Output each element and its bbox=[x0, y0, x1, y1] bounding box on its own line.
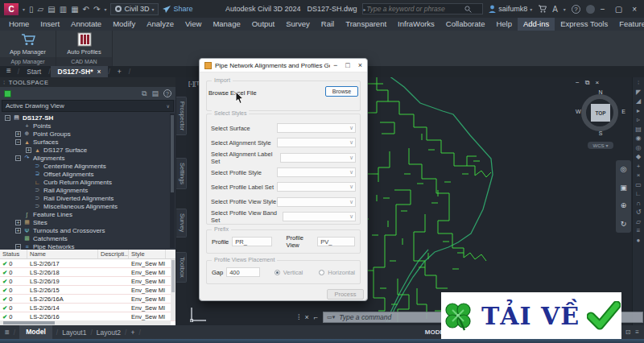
tree-item-feature-lines[interactable]: ∫Feature Lines bbox=[0, 210, 175, 218]
dialog-minimize-button[interactable]: − bbox=[333, 61, 337, 69]
help-icon[interactable]: ? bbox=[163, 89, 171, 97]
vertical-radio-label[interactable]: Vertical bbox=[283, 269, 303, 276]
ribbon-tab-output[interactable]: Output bbox=[246, 18, 281, 31]
autodesk-alerts-icon[interactable]: A bbox=[552, 5, 558, 14]
vertical-radio[interactable] bbox=[275, 270, 280, 275]
tree-item-offset-alignments[interactable]: ⊇Offset Alignments bbox=[0, 170, 175, 178]
side-tool-icon[interactable]: ◢ bbox=[636, 97, 641, 105]
ribbon-tab-transparent[interactable]: Transparent bbox=[340, 18, 392, 31]
drawing-close-icon[interactable]: × bbox=[595, 79, 599, 87]
new-file-icon[interactable]: ▯ bbox=[29, 5, 34, 14]
tree-item-centerline-alignments[interactable]: ⊃Centerline Alignments bbox=[0, 162, 175, 170]
expand-icon[interactable]: + bbox=[15, 228, 21, 233]
layout2-tab[interactable]: Layout2 bbox=[97, 329, 121, 337]
viewcube-north[interactable]: N bbox=[577, 89, 624, 95]
dialog-title-bar[interactable]: Pipe Network Alignments and Profiles Gen… bbox=[200, 59, 367, 72]
select-alignment-style-dropdown[interactable]: ∨ bbox=[277, 138, 356, 147]
side-tool-icon[interactable]: ▹ bbox=[637, 116, 640, 123]
panorama-icon[interactable]: ▤ bbox=[151, 89, 159, 98]
open-folder-icon[interactable]: ▱ bbox=[38, 5, 44, 14]
expand-icon[interactable]: + bbox=[15, 220, 21, 225]
side-tool-icon[interactable]: ◎ bbox=[636, 144, 642, 151]
side-tool-icon[interactable]: ▤ bbox=[635, 126, 642, 133]
customize-wrench-icon[interactable]: ⌐ bbox=[314, 313, 318, 321]
table-row[interactable]: ✔0LS-2/26/16AEnv_Sew MI bbox=[0, 295, 175, 304]
side-tool-icon[interactable]: ▭ bbox=[635, 181, 642, 188]
table-row[interactable]: ✔0LS-2/26/19Env_Sew MI bbox=[0, 277, 175, 286]
signed-in-user[interactable]: saifumk8 ▾ bbox=[489, 5, 532, 13]
ribbon-tab-analyze[interactable]: Analyze bbox=[141, 18, 180, 31]
ribbon-tab-view[interactable]: View bbox=[180, 18, 207, 31]
expand-icon[interactable]: + bbox=[26, 147, 31, 153]
tree-item-point-groups[interactable]: +⊕Point Groups bbox=[0, 130, 175, 138]
side-tool-icon[interactable]: ● bbox=[637, 237, 641, 244]
nav-tool-icon[interactable]: ↻ bbox=[621, 220, 627, 228]
ribbon-tab-collaborate[interactable]: Collaborate bbox=[440, 18, 491, 31]
tree-item-rail-diverted-alignments[interactable]: ⊃Rail Diverted Alignments bbox=[0, 194, 175, 202]
table-row[interactable]: ✔0LS-2/26/15Env_Sew MI bbox=[0, 286, 175, 295]
ribbon-tab-manage[interactable]: Manage bbox=[207, 18, 246, 31]
model-tab[interactable]: Model bbox=[19, 325, 52, 339]
side-tool-icon[interactable]: ↺ bbox=[636, 209, 642, 216]
tree-item-alignments[interactable]: −↷Alignments bbox=[0, 154, 175, 162]
horizontal-radio[interactable] bbox=[319, 270, 324, 275]
window-restore-button[interactable]: ▢ bbox=[615, 5, 622, 14]
save-as-icon[interactable]: ▥ bbox=[60, 5, 67, 14]
ribbon-tab-help[interactable]: Help bbox=[490, 18, 518, 31]
collapse-icon[interactable]: − bbox=[15, 244, 21, 250]
search-icon[interactable] bbox=[464, 6, 472, 13]
collapse-icon[interactable]: − bbox=[15, 139, 21, 145]
ribbon-tab-featured-apps[interactable]: Featured Apps bbox=[613, 18, 644, 31]
app-store-cart-icon[interactable] bbox=[538, 5, 547, 13]
window-minimize-button[interactable]: − bbox=[601, 5, 605, 14]
ribbon-tab-infraworks[interactable]: InfraWorks bbox=[392, 18, 440, 31]
select-profile-label-set-dropdown[interactable]: ∨ bbox=[277, 182, 356, 192]
tab-prospector[interactable]: Prospector bbox=[176, 97, 187, 135]
avatar[interactable] bbox=[586, 5, 595, 14]
qat-caret-icon[interactable]: ▾ bbox=[104, 6, 106, 12]
file-tab-ds127[interactable]: DS127-SH* × bbox=[51, 66, 109, 77]
collapse-icon[interactable]: − bbox=[15, 155, 21, 161]
undo-icon[interactable]: ↶ bbox=[83, 5, 89, 14]
drawing-minimize-icon[interactable]: − bbox=[576, 79, 580, 87]
profile-prefix-input[interactable]: PR_ bbox=[232, 237, 271, 246]
share-button[interactable]: Share bbox=[163, 5, 192, 13]
viewcube-east[interactable]: E bbox=[621, 109, 625, 114]
tab-survey[interactable]: Survey bbox=[176, 209, 187, 237]
select-surface-dropdown[interactable]: ∨ bbox=[277, 123, 356, 133]
side-tool-icon[interactable]: ▸ bbox=[637, 107, 640, 114]
tree-item-ds127-sh[interactable]: −▤DS127-SH bbox=[0, 114, 175, 122]
wcs-dropdown[interactable]: WCS▾ bbox=[588, 142, 613, 149]
select-alignment-label-set-dropdown[interactable]: ∨ bbox=[280, 153, 356, 163]
ribbon-tab-modify[interactable]: Modify bbox=[107, 18, 141, 31]
ribbon-tab-insert[interactable]: Insert bbox=[35, 18, 65, 31]
tree-item-turnouts-and-crossovers[interactable]: +ΨTurnouts and Crossovers bbox=[0, 226, 175, 234]
cmd-grip-icon[interactable]: ⁞ bbox=[298, 313, 300, 321]
browse-button[interactable]: Browse bbox=[325, 86, 358, 97]
table-row[interactable]: ✔0LS-2/26/18Env_Sew MI bbox=[0, 268, 175, 277]
dialog-close-button[interactable]: × bbox=[358, 61, 362, 69]
select-profile-style-dropdown[interactable]: ∨ bbox=[277, 167, 356, 177]
side-tool-icon[interactable]: ◤ bbox=[636, 89, 641, 96]
select-profile-view-style-dropdown[interactable]: ∨ bbox=[277, 197, 356, 207]
nav-tool-icon[interactable]: ▣ bbox=[620, 184, 627, 192]
keyword-search[interactable] bbox=[362, 3, 483, 14]
viewcube-west[interactable]: W bbox=[576, 109, 581, 114]
ribbon-tab-rail[interactable]: Rail bbox=[316, 18, 340, 31]
tree-scrollbar[interactable] bbox=[170, 114, 175, 248]
layout-menu-icon[interactable]: ≡ bbox=[5, 328, 10, 337]
active-drawing-icon[interactable] bbox=[4, 90, 11, 97]
expand-icon[interactable]: + bbox=[15, 131, 21, 137]
civil3d-app-icon[interactable]: C bbox=[4, 3, 19, 15]
side-tool-icon[interactable]: ▱ bbox=[636, 218, 641, 225]
collapse-icon[interactable]: − bbox=[5, 115, 10, 121]
ribbon-tab-add-ins[interactable]: Add-ins bbox=[518, 18, 555, 31]
side-tool-icon[interactable]: ≡ bbox=[637, 227, 641, 234]
gap-input[interactable]: 400 bbox=[226, 267, 259, 277]
app-manager-button[interactable]: App Manager bbox=[0, 31, 56, 57]
ribbon-tab-express-tools[interactable]: Express Tools bbox=[555, 18, 613, 31]
status-toggle-icon[interactable]: ≡ bbox=[635, 329, 639, 336]
tree-item-catchments[interactable]: ▩Catchments bbox=[0, 234, 175, 242]
ribbon-tab-annotate[interactable]: Annotate bbox=[65, 18, 107, 31]
tab-toolbox[interactable]: Toolbox bbox=[176, 252, 187, 283]
